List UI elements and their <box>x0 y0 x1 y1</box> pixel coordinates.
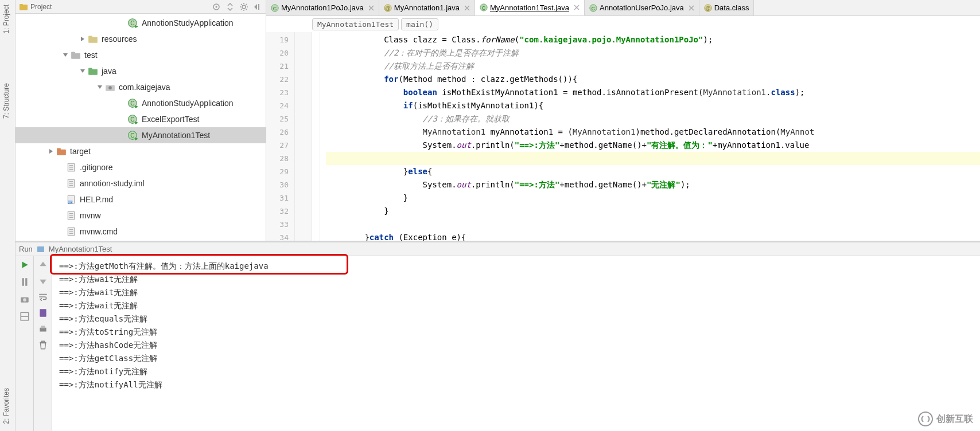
tree-item-annotionstudyapplication[interactable]: CAnnotionStudyApplication <box>15 15 266 31</box>
tab-label: MyAnnotation1PoJo.java <box>281 3 364 12</box>
code-line-33[interactable] <box>326 218 980 231</box>
svg-text:MD: MD <box>68 201 73 204</box>
editor-tab-annotationuserpojo-java[interactable]: CAnnotationUserPoJo.java <box>585 0 699 15</box>
file-icon <box>66 210 76 221</box>
tree-arrow-icon[interactable] <box>47 147 55 155</box>
line-gutter: 19202122232425262728293031323334 <box>266 32 295 241</box>
file-icon <box>66 178 76 189</box>
tree-arrow-icon <box>57 228 65 236</box>
code-line-31[interactable]: } <box>326 191 980 205</box>
tab-favorites[interactable]: 2: Favorites <box>0 383 13 429</box>
console-line: ==>:方法toString无注解 <box>59 326 973 339</box>
close-icon[interactable] <box>464 5 470 11</box>
tree-item-annotionstudyapplication[interactable]: CAnnotionStudyApplication <box>15 95 266 111</box>
code-line-23[interactable]: boolean isMothExistMyAnnotation1 = metho… <box>326 86 980 99</box>
tree-item-annotion-study-iml[interactable]: annotion-study.iml <box>15 175 266 191</box>
svg-point-56 <box>23 298 26 301</box>
code-line-22[interactable]: for(Method method : clazz.getMethods()){ <box>326 73 980 86</box>
tree-item-com-kaigejava[interactable]: com.kaigejava <box>15 79 266 95</box>
svg-rect-8 <box>88 36 92 37</box>
tree-arrow-icon <box>57 163 65 171</box>
code-line-20[interactable]: //2：在对于的类上是否存在对于注解 <box>326 46 980 60</box>
svg-text:C: C <box>273 5 277 11</box>
code-line-28[interactable] <box>326 152 980 165</box>
tree-item-excelexporttest[interactable]: CExcelExportTest <box>15 111 266 127</box>
package-icon <box>105 82 115 92</box>
svg-rect-9 <box>71 53 80 59</box>
rerun-icon[interactable] <box>20 260 30 270</box>
watermark: 创新互联 <box>918 412 973 426</box>
tree-item-myannotation1test[interactable]: CMyAnnotation1Test <box>15 127 266 143</box>
camera-icon[interactable] <box>20 294 30 304</box>
tree-item-mvnw[interactable]: mvnw <box>15 207 266 224</box>
editor-tab-myannotation1pojo-java[interactable]: CMyAnnotation1PoJo.java <box>266 0 379 15</box>
run-config-icon <box>36 245 45 254</box>
tree-label: mvnw <box>80 211 101 220</box>
editor-tabs: CMyAnnotation1PoJo.java@MyAnnotation1.ja… <box>266 0 980 16</box>
target-icon[interactable] <box>212 2 221 11</box>
close-icon[interactable] <box>574 5 580 10</box>
console-output[interactable]: ==>:方法getMoth有注解。值为：方法上面的kaigejava==>:方法… <box>52 256 980 431</box>
run-config-name[interactable]: MyAnnotation1Test <box>49 245 112 253</box>
svg-rect-53 <box>22 278 24 286</box>
editor-tab-myannotation1-java[interactable]: @MyAnnotation1.java <box>379 0 475 15</box>
editor-tab-data-class[interactable]: @Data.class <box>699 0 755 15</box>
code-line-29[interactable]: }else{ <box>326 165 980 178</box>
tree-item-java[interactable]: java <box>15 63 266 79</box>
tab-project[interactable]: 1: Project <box>0 0 13 38</box>
tree-item-test[interactable]: test <box>15 47 266 63</box>
run-tools-primary <box>15 256 34 431</box>
layout-icon[interactable] <box>20 311 30 322</box>
code-editor[interactable]: 19202122232425262728293031323334 Class c… <box>266 32 980 241</box>
down-icon[interactable] <box>38 276 48 286</box>
tree-arrow-icon[interactable] <box>79 67 87 75</box>
tree-arrow-icon[interactable] <box>79 35 87 43</box>
code-line-21[interactable]: //获取方法上是否有注解 <box>326 60 980 73</box>
editor-tab-myannotation1test-java[interactable]: CMyAnnotation1Test.java <box>475 0 585 16</box>
svg-text:C: C <box>130 100 134 107</box>
tab-structure[interactable]: 7: Structure <box>0 79 13 123</box>
file-icon <box>66 162 76 173</box>
code-line-34[interactable]: }catch (Exception e){ <box>326 231 980 241</box>
tree-label: .gitignore <box>80 163 113 172</box>
breadcrumb-class[interactable]: MyAnnotation1Test <box>312 18 399 30</box>
tree-label: HELP.md <box>80 195 113 204</box>
tree-arrow-icon[interactable] <box>61 51 69 59</box>
tree-item--gitignore[interactable]: .gitignore <box>15 159 266 175</box>
tree-arrow-icon <box>57 179 65 187</box>
gear-icon[interactable] <box>239 2 248 11</box>
print-icon[interactable] <box>38 324 48 334</box>
tree-label: resources <box>102 34 137 44</box>
tab-label: MyAnnotation1.java <box>394 3 460 12</box>
project-tree[interactable]: CAnnotionStudyApplicationresourcestestja… <box>15 14 266 241</box>
code-body[interactable]: Class clazz = Class.forName("com.kaigeja… <box>320 32 980 241</box>
wrap-icon[interactable] <box>38 292 48 302</box>
code-line-30[interactable]: System.out.println("==>:方法"+method.getNa… <box>326 178 980 191</box>
tree-label: annotion-study.iml <box>80 179 145 188</box>
code-line-25[interactable]: //3：如果存在。就获取 <box>326 112 980 126</box>
anno-icon: @ <box>384 4 392 12</box>
code-line-24[interactable]: if(isMothExistMyAnnotation1){ <box>326 99 980 112</box>
up-icon[interactable] <box>38 260 48 270</box>
close-icon[interactable] <box>689 5 694 11</box>
code-line-27[interactable]: System.out.println("==>:方法"+method.getNa… <box>326 139 980 152</box>
tree-item-resources[interactable]: resources <box>15 31 266 47</box>
tree-item-target[interactable]: target <box>15 143 266 159</box>
breadcrumb-method[interactable]: main() <box>401 18 438 30</box>
tree-item-help-md[interactable]: MDHELP.md <box>15 191 266 207</box>
collapse-icon[interactable] <box>225 2 235 11</box>
code-line-32[interactable]: } <box>326 205 980 218</box>
anno-icon: @ <box>704 4 712 12</box>
tree-item-mvnw-cmd[interactable]: mvnw.cmd <box>15 224 266 240</box>
svg-rect-11 <box>88 69 98 75</box>
code-line-19[interactable]: Class clazz = Class.forName("com.kaigeja… <box>326 33 980 46</box>
file-icon <box>66 226 76 237</box>
file-md-icon: MD <box>66 194 76 205</box>
hide-icon[interactable] <box>253 2 262 11</box>
tree-arrow-icon[interactable] <box>96 83 104 91</box>
close-icon[interactable] <box>368 5 374 11</box>
trash-icon[interactable] <box>38 340 48 350</box>
scroll-icon[interactable] <box>38 308 48 318</box>
stop-icon[interactable] <box>20 277 30 287</box>
code-line-26[interactable]: MyAnnotation1 myAnnotation1 = (MyAnnotat… <box>326 126 980 139</box>
